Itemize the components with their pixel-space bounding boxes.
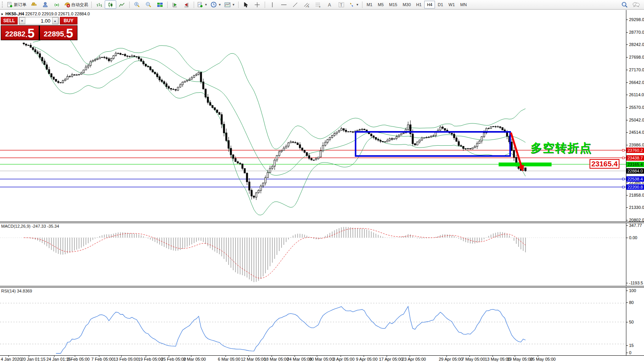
tab-timeframe-m30[interactable]: M30 [400, 1, 413, 8]
volume-field[interactable]: 1.00 [25, 17, 52, 24]
macd-tick-mark [626, 225, 628, 226]
clock-icon [211, 2, 217, 8]
pane-separator[interactable] [0, 222, 644, 223]
price-tick-mark [626, 32, 628, 33]
volume-decrease-button[interactable]: ▼ [19, 17, 25, 24]
sell-price-button[interactable]: 22882.5 [1, 26, 39, 40]
trendline-icon [292, 2, 298, 8]
toolbar-separator [362, 2, 362, 8]
cursor-icon [243, 2, 249, 8]
time-axis-label: 20 Jan 01:15 [21, 357, 46, 361]
price-flag-23438.7: 23438.7 [626, 155, 644, 161]
crosshair-button[interactable] [252, 0, 263, 9]
toolbar-grip[interactable] [2, 2, 5, 8]
auto-scroll-button[interactable] [169, 0, 181, 9]
fibonacci-icon: F [315, 2, 321, 8]
sell-button[interactable]: SELL [1, 17, 18, 25]
search-icon [621, 2, 628, 8]
vertical-line-button[interactable] [267, 0, 278, 9]
time-axis-label: 13 Feb 05:00 [114, 357, 138, 361]
turning-point-annotation[interactable]: 多空转折点 [530, 140, 592, 156]
signals-button[interactable] [51, 0, 63, 9]
tab-timeframe-m15[interactable]: M15 [386, 1, 400, 8]
time-axis-tick [169, 355, 169, 357]
accounts-button[interactable] [40, 0, 51, 9]
line-anchor-square[interactable] [622, 186, 624, 188]
price-flag-22884: 22884.0 [626, 168, 644, 174]
tab-timeframe-w1[interactable]: W1 [446, 1, 458, 8]
rsi-pane[interactable] [0, 287, 626, 355]
indicators-button[interactable]: ▼ [196, 0, 209, 9]
time-axis-tick [469, 355, 470, 357]
search-button[interactable] [619, 0, 630, 9]
buy-button[interactable]: BUY [60, 17, 77, 25]
time-axis-tick [226, 355, 226, 357]
macd-tick-mark [626, 283, 628, 283]
buy-price-button[interactable]: 22895.5 [40, 26, 77, 40]
zoom-out-button[interactable] [143, 0, 154, 9]
deposit-button[interactable] [28, 0, 40, 9]
time-axis-tick [317, 355, 317, 357]
arrows-caret: ▼ [356, 3, 359, 7]
zoom-out-icon [145, 2, 152, 8]
indicators-caret: ▼ [204, 3, 208, 7]
time-axis-label: 17 Apr 05:00 [379, 357, 403, 361]
time-axis-label: 25 May 05:00 [530, 357, 556, 361]
price-tick-label: 28242.0 [629, 42, 644, 47]
price-tick-label: 29298.0 [629, 17, 644, 22]
rsi-tick-mark [626, 322, 628, 322]
fibonacci-button[interactable]: F [313, 0, 324, 9]
volume-increase-button[interactable]: ▲ [52, 17, 58, 24]
tab-timeframe-m1[interactable]: M1 [364, 1, 375, 8]
price-tick-mark [626, 182, 628, 183]
line-chart-button[interactable] [116, 0, 128, 9]
bar-chart-button[interactable] [93, 0, 105, 9]
line-anchor-square[interactable] [622, 149, 624, 151]
price-tick-label: 28770.0 [629, 30, 644, 34]
tab-timeframe-m5[interactable]: M5 [375, 1, 386, 8]
chat-icon [632, 2, 640, 8]
line-anchor-square[interactable] [622, 178, 624, 180]
chart-shift-button[interactable] [181, 0, 192, 9]
trendline-button[interactable] [290, 0, 301, 9]
tab-timeframe-mn[interactable]: MN [458, 1, 469, 8]
tab-timeframe-h1[interactable]: H1 [413, 1, 424, 8]
price-tick-label: 26114.0 [629, 92, 644, 97]
chat-button[interactable] [630, 0, 642, 9]
price-callout-box[interactable]: 23165.4 [590, 159, 619, 169]
rsi-name: RSI(14) [1, 289, 16, 293]
autotrading-icon [64, 2, 70, 8]
autotrading-button[interactable]: 自动交易 [63, 0, 90, 9]
rsi-tick-mark [626, 353, 628, 353]
macd-pane[interactable] [0, 223, 626, 286]
text-label-button[interactable]: T [336, 0, 347, 9]
tab-timeframe-h4[interactable]: H4 [424, 1, 435, 8]
signal-icon [54, 2, 60, 8]
channel-button[interactable]: E [301, 0, 313, 9]
new-order-button[interactable]: 新订单 [5, 0, 28, 9]
price-flag-22200.8: 22200.8 [626, 184, 644, 190]
time-axis-tick [99, 355, 99, 357]
symbol-period: HK50-,H4 [5, 11, 24, 16]
candlestick-chart-button[interactable] [105, 0, 116, 9]
text-button[interactable]: A [324, 0, 336, 9]
time-axis-tick [29, 355, 29, 357]
horizontal-line-button[interactable] [278, 0, 290, 9]
line-anchor-square[interactable] [622, 157, 624, 159]
zoom-in-button[interactable] [131, 0, 143, 9]
chart-title-marker [2, 13, 3, 15]
template-icon [224, 2, 231, 8]
arrows-button[interactable]: ▼ [347, 0, 361, 9]
pane-separator[interactable] [0, 286, 644, 287]
time-axis-tick [54, 355, 54, 357]
cursor-button[interactable] [240, 0, 252, 9]
crosshair-icon [254, 2, 260, 8]
tab-timeframe-d1[interactable]: D1 [435, 1, 446, 8]
tile-windows-button[interactable] [154, 0, 166, 9]
line-chart-icon [119, 2, 125, 8]
time-axis-label: 3 Feb 05:00 [67, 357, 90, 361]
periods-button[interactable]: ▼ [209, 0, 223, 9]
candlestick-chart[interactable] [0, 10, 626, 222]
templates-button[interactable]: ▼ [223, 0, 237, 9]
price-tick-mark [626, 95, 628, 95]
